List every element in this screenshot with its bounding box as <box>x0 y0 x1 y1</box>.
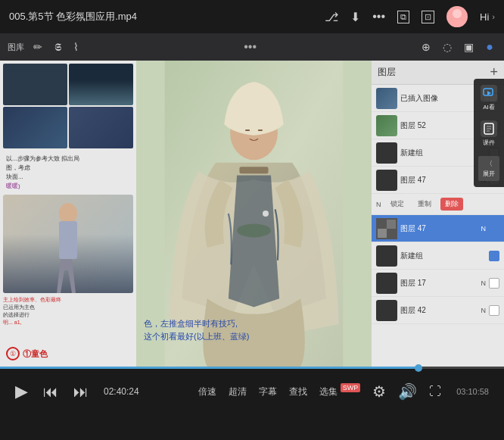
layer-item-17[interactable]: 图层 17 N <box>372 270 504 297</box>
svg-point-9 <box>237 223 271 237</box>
layer-check-8[interactable] <box>489 305 499 316</box>
play-button[interactable]: ▶ <box>15 382 28 401</box>
canvas-area: 以...步骤为参考大致 拟出局图，考虑块面... 暖暖) 主上给到效率、色彩最终… <box>0 61 504 367</box>
pip-icon[interactable]: ⧉ <box>397 11 409 23</box>
layer-thumb-6 <box>376 245 397 267</box>
video-title: 005.第5节 色彩氛围应用.mp4 <box>9 10 316 23</box>
svg-rect-8 <box>239 167 268 173</box>
layer-thumb-7 <box>376 273 397 294</box>
settings-icon[interactable]: ⚙ <box>372 382 386 401</box>
bottom-annotation: ① ①童色 <box>6 347 130 360</box>
layer-name-8: 图层 42 <box>400 305 478 316</box>
ref-image-2 <box>69 64 133 105</box>
layer-name-active: 图层 47 <box>400 223 478 234</box>
speed-button[interactable]: 倍速 <box>198 385 216 398</box>
main-canvas[interactable]: 色，左推盒细半时有技巧, 这个初看最好(以上班、蓝绿) <box>136 61 372 367</box>
svg-rect-3 <box>59 221 77 259</box>
top-bar: 005.第5节 色彩氛围应用.mp4 ⎇ ⬇ ••• ⧉ ⊡ Hi › <box>0 0 504 33</box>
layer-badge-7: N <box>481 279 487 287</box>
courseware-icon <box>481 120 497 137</box>
ai-watch-button[interactable]: AI看 <box>481 85 497 111</box>
layer-info-4: 图层 47 <box>400 175 478 186</box>
hi-button[interactable]: Hi › <box>480 11 495 23</box>
layer-name-4: 图层 47 <box>400 175 478 186</box>
crop-icon[interactable]: ⊡ <box>422 11 434 23</box>
more-icon[interactable]: ••• <box>372 10 385 23</box>
prev-button[interactable]: ⏮ <box>43 383 58 401</box>
layer-item-newgroup2[interactable]: 新建组 <box>372 242 504 270</box>
avatar[interactable] <box>446 6 468 27</box>
layer-thumb-1 <box>376 88 397 109</box>
playback-controls: 倍速 超清 字幕 查找 选集 SWP ⚙ 🔊 ⛶ <box>198 382 441 401</box>
pencil-icon[interactable]: ✏ <box>30 39 45 55</box>
layer-check-6[interactable] <box>489 251 499 261</box>
svg-rect-11 <box>378 229 387 238</box>
annotation-line1: 色，左推盒细半时有技巧, <box>144 317 364 331</box>
eraser-icon[interactable]: ▣ <box>461 39 477 55</box>
layer-thumb-4 <box>376 170 397 191</box>
left-panel: 以...步骤为参考大致 拟出局图，考虑块面... 暖暖) 主上给到效率、色彩最终… <box>0 61 136 367</box>
side-actions: AI看 课件 〈 展开 <box>474 79 504 187</box>
layer-info-active: 图层 47 <box>400 223 478 234</box>
delete-button[interactable]: 删除 <box>440 198 463 211</box>
svg-point-0 <box>453 9 462 18</box>
layer-info-2: 图层 52 <box>400 120 478 131</box>
quality-button[interactable]: 超清 <box>229 385 247 398</box>
select-button[interactable]: 选集 SWP <box>319 385 360 398</box>
tool-icon1[interactable]: ⌇ <box>70 39 82 55</box>
layer-thumb-8 <box>376 300 397 321</box>
reset-button[interactable]: 重制 <box>413 198 436 211</box>
ref-image-1 <box>3 64 67 105</box>
layer-thumb-3 <box>376 142 397 164</box>
layer-info-6: 新建组 <box>400 251 486 261</box>
gallery-label: 图库 <box>8 42 24 53</box>
swp-badge: SWP <box>341 383 361 392</box>
layer-name-7: 图层 17 <box>400 278 478 289</box>
next-button[interactable]: ⏭ <box>73 383 89 401</box>
layer-check-active[interactable] <box>489 223 499 234</box>
layer-actions: N 锁定 重制 删除 <box>372 194 504 215</box>
app-toolbar: 图库 ✏ 𝕾 ⌇ ••• ⊕ ◌ ▣ ● <box>0 33 504 61</box>
subtitle-button[interactable]: 字幕 <box>259 385 277 398</box>
layer-thumb-2 <box>376 115 397 136</box>
circle-number: ① <box>6 347 20 360</box>
layer-info-1: 已插入图像 <box>400 93 479 104</box>
layer-item-42[interactable]: 图层 42 N <box>372 297 504 324</box>
brush-icon[interactable]: 𝕾 <box>51 39 64 55</box>
lock-button[interactable]: 锁定 <box>386 198 409 211</box>
svg-point-2 <box>59 203 77 224</box>
canvas-overlay: 色，左推盒细半时有技巧, 这个初看最好(以上班、蓝绿) <box>144 317 364 344</box>
more-tools[interactable]: ••• <box>244 40 257 54</box>
courseware-button[interactable]: 课件 <box>481 120 497 147</box>
layer-info-8: 图层 42 <box>400 305 478 316</box>
fullscreen-icon[interactable]: ⛶ <box>429 385 441 398</box>
progress-bar[interactable] <box>0 367 504 369</box>
layer-name-1: 已插入图像 <box>400 93 479 104</box>
end-time: 03:10:58 <box>456 387 489 396</box>
current-time: 02:40:24 <box>104 386 139 397</box>
layer-info-7: 图层 17 <box>400 278 478 289</box>
download-icon[interactable]: ⬇ <box>350 10 360 24</box>
search-button[interactable]: 查找 <box>289 385 307 398</box>
color-icon[interactable]: ● <box>483 39 496 55</box>
layer-thumb-active <box>376 218 397 239</box>
reference-grid <box>0 61 136 151</box>
share-icon[interactable]: ⎇ <box>325 10 338 24</box>
ref-image-3 <box>3 107 67 148</box>
layer-item-47-active[interactable]: 图层 47 N <box>372 215 504 242</box>
layer-check-7[interactable] <box>489 278 499 289</box>
smudge-icon[interactable]: ◌ <box>440 39 455 55</box>
layer-badge-active: N <box>481 225 487 232</box>
volume-icon[interactable]: 🔊 <box>398 382 417 401</box>
purple-annotation: 暖暖) <box>6 182 130 190</box>
svg-rect-12 <box>387 220 396 229</box>
eyedropper-icon[interactable]: ⊕ <box>418 39 434 55</box>
progress-dot <box>415 364 422 372</box>
ref-image-4 <box>69 107 133 148</box>
courseware-label: 课件 <box>483 139 495 147</box>
bottom-controls: ▶ ⏮ ⏭ 02:40:24 倍速 超清 字幕 查找 选集 SWP ⚙ 🔊 ⛶ … <box>0 369 504 414</box>
add-layer-button[interactable]: + <box>490 64 498 80</box>
n-badge: N <box>376 201 381 208</box>
expand-button[interactable]: 〈 展开 <box>478 156 499 181</box>
annotation-line2: 这个初看最好(以上班、蓝绿) <box>144 330 364 344</box>
